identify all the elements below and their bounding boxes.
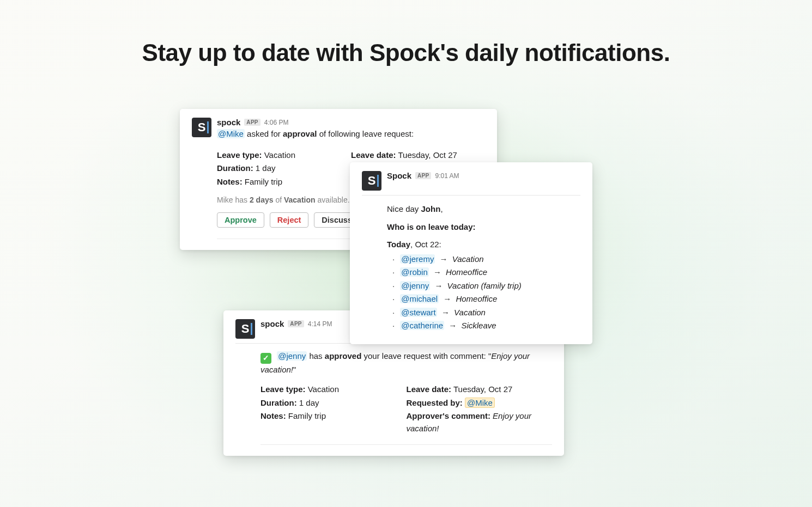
message-timestamp: 4:06 PM [264,119,289,126]
leave-date-label: Leave date: [407,384,452,394]
leave-list: @jeremy → Vacation@robin → Homeoffice@je… [387,253,580,332]
leave-type-value: Vacation [308,384,339,394]
user-mention[interactable]: @catherine [400,321,444,330]
leave-type: Vacation [452,254,484,264]
leave-type: Homeoffice [446,267,487,277]
user-mention[interactable]: @Mike [465,398,495,408]
leave-type: Vacation [454,308,486,317]
app-avatar: S [362,171,381,191]
leave-date-label: Leave date: [351,150,396,160]
message-header: S spock APP 4:06 PM @Mike asked for appr… [192,118,485,141]
leave-list-item: @robin → Homeoffice [387,266,580,279]
leave-type-value: Vacation [264,150,295,160]
leave-list-item: @jenny → Vacation (family trip) [387,280,580,292]
approver-comment-label: Approver's comment: [407,411,490,420]
approve-button[interactable]: Approve [217,212,264,228]
today-line: Today, Oct 22: [387,239,580,251]
notes-label: Notes: [260,411,286,420]
message-timestamp: 9:01 AM [435,172,459,180]
app-badge: APP [415,172,431,179]
user-mention[interactable]: @jenny [400,281,430,290]
divider [362,195,580,196]
arrow-icon: → [441,294,453,303]
page-headline: Stay up to date with Spock's daily notif… [0,39,812,66]
arrow-icon: → [439,308,452,317]
notes-value: Family trip [245,177,282,186]
leave-list-item: @jeremy → Vacation [387,253,580,266]
arrow-icon: → [446,321,459,330]
leave-date-value: Tuesday, Oct 27 [453,384,512,394]
leave-details: Leave type: Vacation Duration: 1 day Not… [260,383,552,436]
leave-type: Sickleave [461,321,496,330]
app-badge: APP [288,320,304,327]
requested-by-label: Requested by: [407,398,463,407]
divider [260,444,552,445]
approved-line: ✓ @jenny has approved your leave request… [260,350,552,376]
user-mention[interactable]: @stewart [400,308,437,317]
leave-list-item: @catherine → Sickleave [387,320,580,332]
leave-type: Vacation [447,281,479,290]
duration-value: 1 day [256,163,276,173]
reject-button[interactable]: Reject [270,212,309,228]
arrow-icon: → [437,254,450,264]
notes-label: Notes: [217,177,243,186]
user-mention[interactable]: @michael [400,294,439,303]
app-badge: APP [244,119,260,126]
leave-list-item: @michael → Homeoffice [387,293,580,306]
leave-type-label: Leave type: [260,384,306,394]
arrow-icon: → [431,267,444,277]
leave-list-item: @stewart → Vacation [387,307,580,319]
app-name: Spock [387,171,411,180]
message-header: S Spock APP 9:01 AM [362,171,580,191]
leave-date-value: Tuesday, Oct 27 [398,150,457,160]
message-card-daily-digest: S Spock APP 9:01 AM Nice day John, Who i… [350,162,592,344]
app-avatar: S [192,118,211,137]
user-mention[interactable]: @jenny [277,351,307,361]
user-mention[interactable]: @jeremy [400,254,435,264]
duration-label: Duration: [260,398,297,407]
message-timestamp: 4:14 PM [308,320,332,328]
checkmark-icon: ✓ [260,353,271,364]
user-mention[interactable]: @robin [400,267,429,277]
notes-value: Family trip [288,411,326,420]
duration-value: 1 day [299,398,319,407]
greeting-line: Nice day John, [387,203,580,216]
app-name: spock [260,319,284,328]
leave-type: Homeoffice [456,294,497,303]
digest-heading: Who is on leave today: [387,221,580,234]
app-name: spock [217,118,240,127]
app-avatar: S [235,319,255,339]
user-mention[interactable]: @Mike [217,129,245,138]
arrow-icon: → [432,281,445,290]
leave-note: (family trip) [478,281,521,290]
duration-label: Duration: [217,163,253,173]
leave-type-label: Leave type: [217,150,262,160]
